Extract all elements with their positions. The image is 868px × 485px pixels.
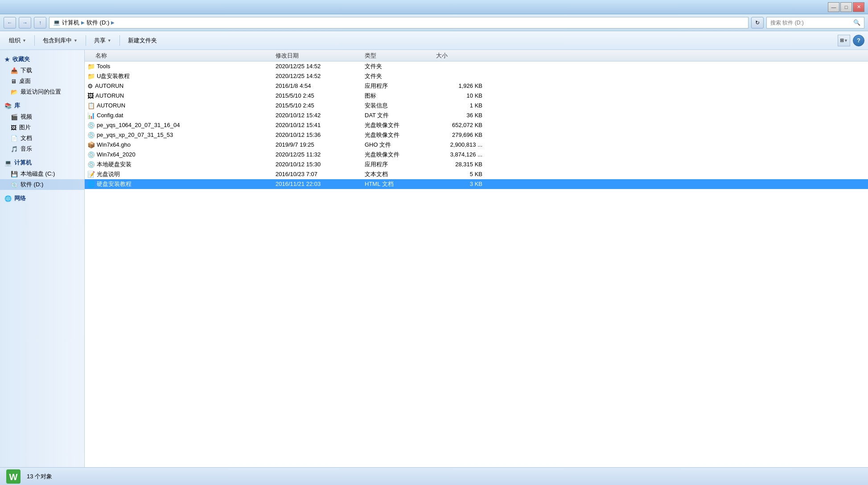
file-size-cell: 279,696 KB (432, 132, 486, 138)
file-type-cell: 图标 (361, 92, 432, 100)
doc-label: 文档 (21, 134, 32, 142)
file-date-cell: 2020/10/12 15:42 (272, 112, 361, 119)
sidebar-item-desktop[interactable]: 🖥 桌面 (0, 76, 84, 86)
refresh-button[interactable]: ↻ (751, 17, 764, 29)
breadcrumb[interactable]: 💻 计算机 ▶ 软件 (D:) ▶ (49, 17, 749, 29)
network-label: 网络 (14, 194, 26, 202)
sidebar-header-computer[interactable]: 💻 计算机 (0, 157, 84, 169)
file-name-text: Tools (97, 63, 110, 70)
file-name-text: U盘安装教程 (97, 72, 130, 80)
table-row[interactable]: 📁 U盘安装教程 2020/12/25 14:52 文件夹 (85, 71, 868, 81)
col-header-name[interactable]: 名称 (85, 52, 272, 60)
sidebar-header-favorites[interactable]: ★ 收藏夹 (0, 53, 84, 65)
library-icon: 📚 (4, 103, 12, 109)
include-library-label: 包含到库中 (43, 37, 72, 45)
new-folder-button[interactable]: 新建文件夹 (123, 33, 162, 48)
file-name-text: pe_yqs_1064_20_07_31_16_04 (97, 122, 180, 128)
file-name-cell: 💿 本地硬盘安装 (85, 160, 272, 169)
file-type-cell: DAT 文件 (361, 111, 432, 119)
col-header-date[interactable]: 修改日期 (272, 52, 361, 60)
file-date-cell: 2020/10/12 15:41 (272, 122, 361, 128)
sidebar-item-doc[interactable]: 📄 文档 (0, 133, 84, 144)
file-name-text: Win7x64_2020 (97, 151, 136, 158)
address-bar: ← → ↑ 💻 计算机 ▶ 软件 (D:) ▶ ↻ 🔍 (0, 14, 868, 31)
table-row[interactable]: 📊 Config.dat 2020/10/12 15:42 DAT 文件 36 … (85, 111, 868, 120)
file-size-cell: 3 KB (432, 181, 486, 187)
back-button[interactable]: ← (4, 17, 16, 29)
file-icon: 📁 (87, 63, 95, 70)
file-type-cell: 文件夹 (361, 72, 432, 80)
sidebar-section-computer: 💻 计算机 💾 本地磁盘 (C:) 💿 软件 (D:) (0, 157, 84, 190)
up-button[interactable]: ↑ (34, 17, 46, 29)
col-header-size[interactable]: 大小 (432, 52, 486, 60)
network-icon: 🌐 (4, 195, 12, 202)
table-row[interactable]: 💿 Win7x64_2020 2020/12/25 11:32 光盘映像文件 3… (85, 150, 868, 160)
table-row[interactable]: 📝 光盘说明 2016/10/23 7:07 文本文档 5 KB (85, 169, 868, 179)
sidebar-item-video[interactable]: 🎬 视频 (0, 111, 84, 122)
breadcrumb-drive[interactable]: 软件 (D:) (86, 19, 109, 27)
table-row[interactable]: ⚙ AUTORUN 2016/1/8 4:54 应用程序 1,926 KB (85, 81, 868, 91)
file-size-cell: 2,900,813 ... (432, 141, 486, 148)
file-date-cell: 2020/12/25 14:52 (272, 73, 361, 79)
sidebar-item-recent[interactable]: 📂 最近访问的位置 (0, 86, 84, 97)
table-row[interactable]: 📦 Win7x64.gho 2019/9/7 19:25 GHO 文件 2,90… (85, 140, 868, 150)
include-library-button[interactable]: 包含到库中 ▼ (37, 33, 83, 48)
sidebar-header-library[interactable]: 📚 库 (0, 100, 84, 111)
sidebar-item-music[interactable]: 🎵 音乐 (0, 144, 84, 154)
maximize-button[interactable]: □ (840, 2, 852, 12)
drive-c-icon: 💾 (11, 171, 18, 177)
table-row[interactable]: 🖼 AUTORUN 2015/5/10 2:45 图标 10 KB (85, 91, 868, 101)
file-icon: 📝 (87, 171, 95, 178)
file-date-cell: 2020/10/12 15:36 (272, 132, 361, 138)
file-icon: 📦 (87, 141, 95, 148)
toolbar: 组织 ▼ 包含到库中 ▼ 共享 ▼ 新建文件夹 ⊞ ▼ ? (0, 31, 868, 50)
sidebar-item-image[interactable]: 🖼 图片 (0, 122, 84, 133)
share-button[interactable]: 共享 ▼ (89, 33, 117, 48)
download-label: 下载 (21, 66, 32, 74)
doc-icon: 📄 (11, 135, 18, 142)
drive-c-label: 本地磁盘 (C:) (21, 170, 55, 178)
help-button[interactable]: ? (853, 35, 864, 46)
recent-icon: 📂 (11, 89, 18, 95)
col-header-type[interactable]: 类型 (361, 52, 432, 60)
file-date-cell: 2019/9/7 19:25 (272, 141, 361, 148)
breadcrumb-computer[interactable]: 计算机 (62, 19, 79, 27)
file-name-text: Win7x64.gho (97, 141, 131, 148)
file-icon: 💿 (87, 161, 95, 168)
file-date-cell: 2016/1/8 4:54 (272, 82, 361, 89)
organize-button[interactable]: 组织 ▼ (4, 33, 32, 48)
view-dropdown-icon: ▼ (844, 38, 848, 43)
table-row[interactable]: 💿 pe_yqs_xp_20_07_31_15_53 2020/10/12 15… (85, 130, 868, 140)
search-input[interactable] (770, 20, 852, 26)
sidebar-header-network[interactable]: 🌐 网络 (0, 193, 84, 204)
table-row[interactable]: 📁 Tools 2020/12/25 14:52 文件夹 (85, 62, 868, 71)
search-box[interactable]: 🔍 (766, 17, 864, 29)
status-text: 13 个对象 (27, 473, 52, 481)
close-button[interactable]: ✕ (853, 2, 864, 12)
favorites-icon: ★ (4, 56, 10, 63)
table-row[interactable]: 💿 本地硬盘安装 2020/10/12 15:30 应用程序 28,315 KB (85, 160, 868, 169)
file-name-cell: 📋 AUTORUN (85, 102, 272, 109)
toolbar-divider-3 (119, 35, 120, 46)
file-date-cell: 2016/10/23 7:07 (272, 171, 361, 177)
table-row[interactable]: 💿 pe_yqs_1064_20_07_31_16_04 2020/10/12 … (85, 120, 868, 130)
file-date-cell: 2016/11/21 22:03 (272, 181, 361, 187)
image-icon: 🖼 (11, 124, 16, 131)
table-row[interactable]: 📋 AUTORUN 2015/5/10 2:45 安装信息 1 KB (85, 101, 868, 111)
file-name-cell: 📊 Config.dat (85, 112, 272, 119)
file-size-cell: 1 KB (432, 102, 486, 109)
forward-button[interactable]: → (19, 17, 31, 29)
file-name-text: AUTORUN (97, 102, 125, 109)
file-name-cell: 📝 光盘说明 (85, 170, 272, 178)
sidebar-item-download[interactable]: 📥 下载 (0, 65, 84, 76)
desktop-label: 桌面 (19, 77, 31, 85)
file-type-cell: 光盘映像文件 (361, 131, 432, 139)
file-date-cell: 2020/12/25 11:32 (272, 151, 361, 158)
sidebar-item-drive-d[interactable]: 💿 软件 (D:) (0, 179, 84, 190)
table-row[interactable]: 🌐 硬盘安装教程 2016/11/21 22:03 HTML 文档 3 KB (85, 179, 868, 189)
sidebar: ★ 收藏夹 📥 下载 🖥 桌面 📂 最近访问的位置 📚 库 (0, 50, 85, 467)
sidebar-item-drive-c[interactable]: 💾 本地磁盘 (C:) (0, 169, 84, 179)
view-options-button[interactable]: ⊞ ▼ (838, 35, 850, 46)
file-size-cell: 28,315 KB (432, 161, 486, 168)
minimize-button[interactable]: — (828, 2, 839, 12)
